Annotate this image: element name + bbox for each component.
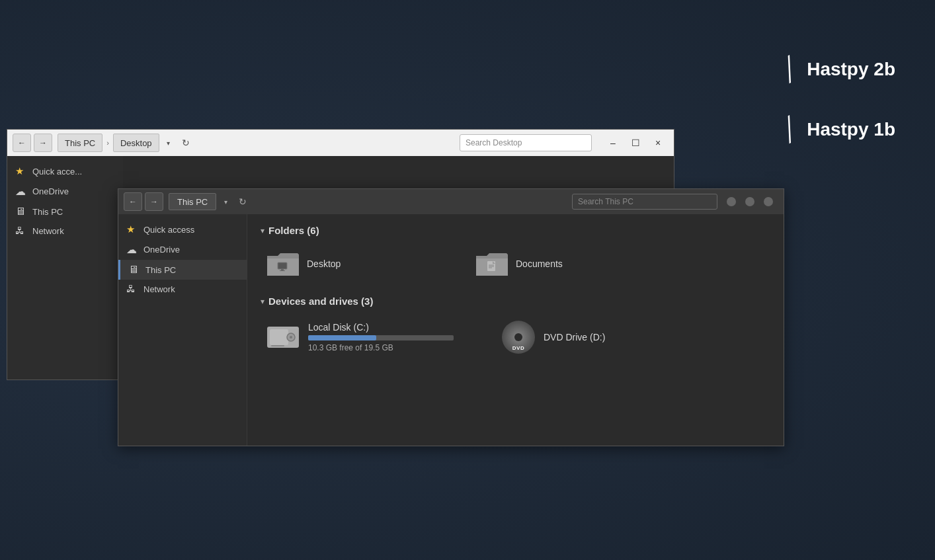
- svg-rect-8: [270, 329, 288, 345]
- refresh-button-front[interactable]: ↻: [235, 194, 251, 210]
- svg-rect-2: [280, 270, 285, 271]
- chevron-folders-icon: ▾: [261, 226, 264, 235]
- sidebar-item-this-pc-front[interactable]: 🖥 This PC: [118, 260, 247, 280]
- window-this-pc: ← → This PC ▾ ↻ Search This PC ★ Quick a…: [118, 188, 784, 446]
- watermark-1: ╱ Hastpy 2b: [784, 53, 895, 87]
- forward-button-front[interactable]: →: [145, 192, 163, 211]
- monitor-icon-front: 🖥: [128, 264, 140, 276]
- dvd-center-hole: [514, 333, 522, 341]
- sidebar-label-network-front: Network: [143, 284, 175, 294]
- sidebar-front: ★ Quick access ☁ OneDrive 🖥 This PC 🖧 Ne…: [118, 214, 247, 446]
- refresh-button-back[interactable]: ↻: [178, 135, 194, 151]
- breadcrumb-desktop-back[interactable]: Desktop: [113, 134, 159, 152]
- address-bar-front: This PC ▾ ↻: [169, 193, 567, 210]
- section-header-devices[interactable]: ▾ Devices and drives (3): [261, 296, 770, 307]
- svg-rect-0: [278, 262, 287, 269]
- sidebar-back: ★ Quick acce... ☁ OneDrive 🖥 This PC 🖧 N…: [7, 156, 123, 380]
- folders-grid: Desktop Documents: [261, 245, 770, 282]
- chevron-devices-icon: ▾: [261, 297, 264, 306]
- search-bar-back[interactable]: Search Desktop: [460, 134, 592, 151]
- dvd-disc-icon: DVD: [502, 321, 535, 354]
- dvd-label-text: DVD: [512, 345, 524, 351]
- drive-item-c[interactable]: Local Disk (C:) 10.3 GB free of 19.5 GB: [261, 316, 485, 358]
- close-button-back[interactable]: ×: [647, 132, 669, 153]
- maximize-button-back[interactable]: ☐: [625, 132, 646, 153]
- sidebar-item-quick-access-back[interactable]: ★ Quick acce...: [7, 161, 123, 181]
- window-dots-group: [723, 197, 778, 206]
- sidebar-item-network-back[interactable]: 🖧 Network: [7, 221, 123, 240]
- search-placeholder-back: Search Desktop: [466, 138, 522, 147]
- sidebar-item-this-pc-back[interactable]: 🖥 This PC: [7, 202, 123, 221]
- titlebar-front: ← → This PC ▾ ↻ Search This PC: [118, 189, 784, 214]
- section-title-devices: Devices and drives (3): [268, 296, 373, 307]
- svg-rect-1: [281, 269, 284, 270]
- sidebar-item-quick-access-front[interactable]: ★ Quick access: [118, 220, 247, 239]
- titlebar-desktop: ← → This PC › Desktop ▾ ↻ Search Desktop…: [7, 130, 674, 156]
- address-dropdown-front[interactable]: ▾: [219, 198, 232, 206]
- watermark-container: ╱ Hastpy 2b ╱ Hastpy 1b: [784, 53, 895, 147]
- svg-point-10: [290, 336, 292, 339]
- cloud-icon-back: ☁: [15, 185, 27, 198]
- window-dot-3[interactable]: [764, 197, 773, 206]
- window-dot-2[interactable]: [745, 197, 754, 206]
- dvd-icon-d: DVD: [501, 320, 536, 354]
- drive-info-d: DVD Drive (D:): [544, 332, 715, 342]
- folder-item-desktop[interactable]: Desktop: [261, 245, 459, 282]
- breadcrumb-this-pc-back[interactable]: This PC: [58, 134, 102, 152]
- sidebar-label-onedrive-front: OneDrive: [143, 245, 180, 255]
- sidebar-label-onedrive-back: OneDrive: [32, 186, 69, 196]
- sidebar-label-network-back: Network: [32, 226, 64, 236]
- watermark-2-text: Hastpy 1b: [807, 115, 895, 145]
- drive-bar-bg-c: [308, 335, 454, 340]
- drive-bar-fill-c: [308, 335, 376, 340]
- network-icon-front: 🖧: [126, 284, 138, 294]
- forward-button-back[interactable]: →: [34, 134, 52, 152]
- star-icon-front: ★: [126, 223, 138, 235]
- search-bar-front[interactable]: Search This PC: [572, 194, 717, 210]
- watermark-1-text: Hastpy 2b: [807, 55, 895, 85]
- folder-label-documents: Documents: [516, 259, 563, 269]
- monitor-icon-back: 🖥: [15, 206, 27, 218]
- back-button-front[interactable]: ←: [124, 192, 142, 211]
- drive-item-d[interactable]: DVD DVD Drive (D:): [496, 316, 721, 358]
- breadcrumb-sep: ›: [105, 139, 110, 147]
- window-controls-back: – ☐ ×: [602, 132, 669, 153]
- sidebar-label-this-pc-back: This PC: [32, 207, 63, 217]
- address-dropdown-back[interactable]: ▾: [162, 140, 175, 147]
- content-area: ▾ Folders (6) Desktop: [247, 214, 784, 446]
- hdd-svg: [266, 323, 300, 352]
- sidebar-item-onedrive-back[interactable]: ☁ OneDrive: [7, 181, 123, 202]
- address-bar-back: This PC › Desktop ▾ ↻: [58, 134, 454, 152]
- folder-svg-documents: [475, 249, 509, 278]
- network-icon-back: 🖧: [15, 225, 27, 236]
- drive-name-c: Local Disk (C:): [308, 322, 480, 333]
- folder-label-desktop: Desktop: [307, 259, 341, 269]
- nav-buttons-back: ← →: [13, 134, 52, 152]
- section-header-folders[interactable]: ▾ Folders (6): [261, 225, 770, 236]
- folder-icon-documents: [475, 249, 509, 278]
- sidebar-item-onedrive-front[interactable]: ☁ OneDrive: [118, 239, 247, 260]
- folder-item-documents[interactable]: Documents: [469, 245, 668, 282]
- minimize-button-back[interactable]: –: [602, 132, 624, 153]
- window-dot-1[interactable]: [727, 197, 736, 206]
- back-button-back[interactable]: ←: [13, 134, 31, 152]
- drive-space-c: 10.3 GB free of 19.5 GB: [308, 343, 480, 352]
- folder-icon-desktop: [266, 249, 300, 278]
- sidebar-label-this-pc-front: This PC: [145, 265, 176, 275]
- sidebar-label-quick-access-back: Quick acce...: [32, 167, 82, 177]
- drive-name-d: DVD Drive (D:): [544, 332, 715, 342]
- folder-svg-desktop: [266, 249, 300, 278]
- drives-grid: Local Disk (C:) 10.3 GB free of 19.5 GB …: [261, 316, 770, 358]
- cloud-icon-front: ☁: [126, 243, 138, 256]
- hdd-icon-c: [266, 320, 300, 354]
- star-icon-back: ★: [15, 165, 27, 177]
- breadcrumb-this-pc-front[interactable]: This PC: [169, 193, 216, 210]
- section-title-folders: Folders (6): [268, 225, 319, 236]
- drive-info-c: Local Disk (C:) 10.3 GB free of 19.5 GB: [308, 322, 480, 352]
- watermark-2: ╱ Hastpy 1b: [784, 113, 895, 147]
- sidebar-label-quick-access-front: Quick access: [143, 225, 194, 235]
- sidebar-item-network-front[interactable]: 🖧 Network: [118, 280, 247, 298]
- nav-buttons-front: ← →: [124, 192, 163, 211]
- svg-rect-11: [271, 345, 284, 346]
- search-placeholder-front: Search This PC: [578, 197, 633, 206]
